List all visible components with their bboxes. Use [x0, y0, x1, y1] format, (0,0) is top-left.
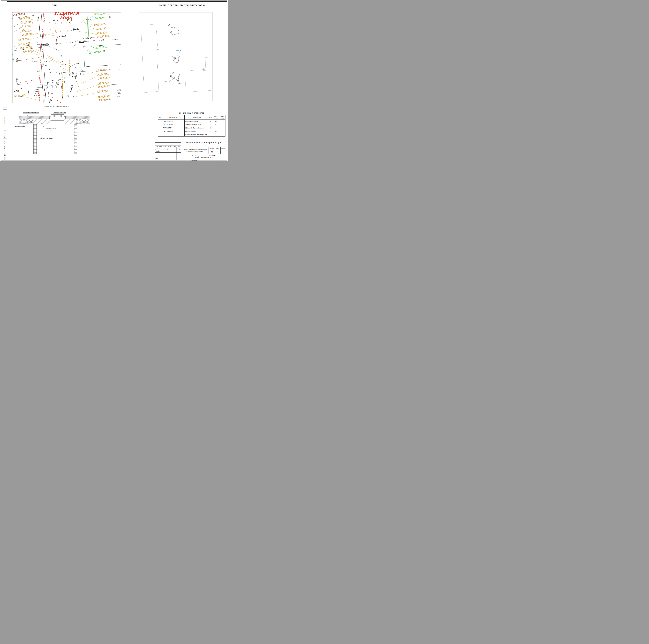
- scheme-linework: [139, 12, 212, 101]
- titleblock-cell: 1: [215, 149, 220, 154]
- titleblock-cell: [177, 140, 181, 141]
- drawing-label: 33: [37, 70, 40, 72]
- titleblock-cell: [167, 140, 172, 141]
- spec-cell: 3: [209, 130, 213, 133]
- spec-row: 5Кирпичная кладка (существующая): [158, 133, 225, 137]
- specification: Спецификация элементов Поз.ОбозначениеНа…: [158, 112, 225, 137]
- titleblock-cell: [177, 151, 181, 152]
- drawing-label: 2.5: [170, 55, 173, 57]
- spec-cell: 5: [158, 133, 162, 137]
- titleblock-cell: [163, 141, 167, 143]
- drawing-label: 162.10: [73, 28, 79, 30]
- drawing-label: 2: [16, 56, 18, 58]
- drawing-label: 4.2: [172, 72, 174, 74]
- spec-cell: т: [213, 126, 219, 130]
- titleblock-cell: [172, 138, 177, 140]
- spec-cell: [209, 133, 213, 137]
- titleblock-cell: [163, 154, 172, 156]
- titleblock-cell: Т.контр.: [155, 151, 163, 152]
- drawing-label: 162.17: [86, 37, 92, 39]
- doc-type: Исполнительная документация: [182, 138, 226, 147]
- titleblock-cell: Стадия: [209, 147, 215, 149]
- spec-cell: Люк чугунный тип Т: [184, 120, 209, 123]
- titleblock-cell: [167, 138, 172, 140]
- titleblock-cell: Н.контр.: [155, 156, 163, 158]
- titleblock-cell: Лист: [215, 147, 220, 149]
- drawing-label: 33СТР.1: [42, 44, 49, 46]
- drawing-label: ЛК-11а: [79, 41, 84, 42]
- drawing-label: Т: [17, 83, 18, 85]
- spec-cell: шт: [213, 130, 219, 133]
- organization-line2: Москва, Поморская ул., д. 33: [195, 157, 213, 159]
- spec-cell: ГОСТ 8020-2016: [162, 130, 184, 133]
- titleblock-cell: [177, 158, 181, 160]
- spec-cell: т: [213, 123, 219, 126]
- titleblock-cell: [172, 152, 177, 154]
- drawing-label: 160.6: [116, 89, 121, 91]
- titleblock-cell: [163, 144, 167, 145]
- titleblock-cell: [155, 152, 163, 154]
- spec-row: 1ГОСТ 3634-2019Люк чугунный тип Т3шт: [158, 120, 225, 123]
- section-title: Разрез колодца канализационного: [37, 106, 76, 107]
- spec-cell: Наименование: [184, 115, 209, 120]
- drawing-label: 161.99: [36, 87, 42, 89]
- agreed-label: Согласовано: [3, 112, 7, 129]
- titleblock-cell: [155, 141, 159, 143]
- titleblock-cell: Утв.: [155, 158, 163, 160]
- titleblock-cell: Лист: [163, 145, 167, 147]
- title-block: Изм.Кол.уч.Лист№ док.Подп.Дата Разработа…: [155, 138, 226, 160]
- drawing-label: Н: [16, 81, 17, 83]
- spec-cell: 7: [209, 123, 213, 126]
- tb-grid-c: РазработалСимонян А.А.15.04.2024Проверил…: [155, 147, 181, 160]
- spec-cell: Асфальтовое покрытие: [184, 123, 209, 126]
- spec-cell: [213, 133, 219, 137]
- drawing-label: каб. к.: [116, 95, 121, 97]
- spec-cell: Кол.: [209, 115, 213, 120]
- orig-inv-no-label: Инв. № подл.: [3, 151, 7, 160]
- titleblock-cell: [172, 156, 177, 158]
- titleblock-cell: [167, 143, 172, 144]
- titleblock-cell: [172, 149, 177, 151]
- spec-cell: [219, 133, 225, 137]
- spec-cell: Плита ПП-15-2ц: [184, 130, 209, 133]
- drawing-label: А: [49, 69, 50, 71]
- titleblock-cell: № док.: [167, 145, 172, 147]
- drawing-label: С: [61, 22, 62, 24]
- section-label-slab: Плита ПП-15-2ц: [45, 128, 55, 129]
- drawing-label: Т: [18, 62, 19, 64]
- drawing-label: 1: [16, 77, 17, 79]
- spec-table: Поз.ОбозначениеНаименованиеКол.Масса, ед…: [158, 115, 225, 137]
- titleblock-cell: Симонян А.А.: [163, 147, 172, 149]
- titleblock-cell: [163, 138, 167, 140]
- titleblock-cell: Проверил: [155, 149, 163, 151]
- section-linework: [18, 111, 92, 157]
- spec-cell: 1: [158, 120, 162, 123]
- spec-body: 1ГОСТ 3634-2019Люк чугунный тип Т3шт2ГОС…: [158, 120, 225, 137]
- drawing-label: 162.15: [51, 19, 58, 22]
- titleblock-cell: Листов: [220, 147, 226, 149]
- spec-cell: [162, 133, 184, 137]
- titleblock-cell: 15.04.2024: [177, 149, 181, 151]
- drawing-label: К?: [16, 58, 18, 60]
- drawing-label: 162.13: [43, 61, 50, 63]
- spec-cell: Поз.: [158, 115, 162, 120]
- titleblock-cell: [159, 144, 163, 145]
- titleblock-cell: [167, 144, 172, 145]
- drawing-label: 162.26: [85, 19, 91, 21]
- spec-cell: Щебень 20-40 утрамбованный: [184, 126, 209, 130]
- drawing-label: С: [55, 30, 56, 32]
- plan-title: План: [45, 4, 61, 7]
- spec-cell: 2: [158, 123, 162, 126]
- spec-cell: Обозначение: [162, 115, 184, 120]
- spec-cell: 3: [209, 120, 213, 123]
- titleblock-cell: [155, 140, 159, 141]
- titleblock-cell: [177, 141, 181, 143]
- titleblock-cell: [167, 141, 172, 143]
- spec-header-row: Поз.ОбозначениеНаименованиеКол.Масса, ед…: [158, 115, 225, 120]
- drawing-label: 160.2: [117, 92, 121, 94]
- titleblock-cell: Изм.: [155, 145, 159, 147]
- titleblock-cell: [172, 141, 177, 143]
- titleblock-cell: [159, 143, 163, 144]
- section-label-hatch-cover: Люк чугунный тип Т: [53, 112, 66, 114]
- drawing-label: ЛК-10: [77, 63, 80, 64]
